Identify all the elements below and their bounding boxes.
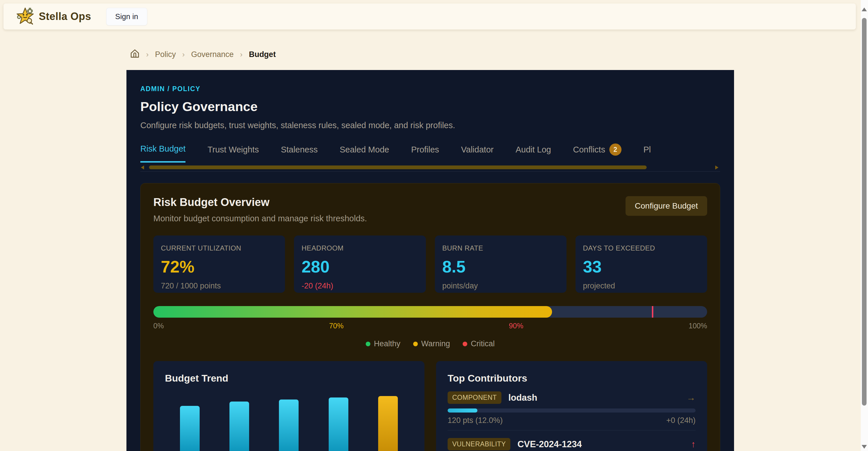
scroll-left-icon[interactable] <box>141 165 144 169</box>
metric-subtext: 720 / 1000 points <box>161 282 277 290</box>
utilization-fill <box>153 306 552 318</box>
tab-label: Validator <box>461 145 494 155</box>
contributor-delta: +0 (24h) <box>666 416 695 425</box>
scroll-right-icon[interactable] <box>715 165 718 169</box>
metric-card-days-to-exceeded: DAYS TO EXCEEDED33projected <box>576 235 707 293</box>
metric-card-burn-rate: BURN RATE8.5points/day <box>435 235 566 293</box>
metric-label: HEADROOM <box>302 244 418 252</box>
tab-trust-weights[interactable]: Trust Weights <box>208 143 259 163</box>
tab-conflicts[interactable]: Conflicts2 <box>573 143 621 163</box>
contributor-type-badge: VULNERABILITY <box>447 438 510 450</box>
metric-cards: CURRENT UTILIZATION72%720 / 1000 pointsH… <box>153 235 707 293</box>
chart-bar <box>229 401 249 451</box>
arrow-right-icon: → <box>687 393 695 403</box>
contributor-points: 120 pts (12.0%) <box>447 416 503 425</box>
metric-card-current-utilization: CURRENT UTILIZATION72%720 / 1000 points <box>153 235 285 293</box>
utilization-section: 0%70%90%100% HealthyWarningCritical <box>153 306 707 348</box>
chevron-right-icon: › <box>240 50 243 59</box>
tab-label: Trust Weights <box>208 145 259 155</box>
contributor-bar <box>447 409 695 413</box>
overview-subtitle: Monitor budget consumption and manage ri… <box>153 214 367 223</box>
tab-audit-log[interactable]: Audit Log <box>516 143 551 163</box>
warning-dot-icon <box>413 342 418 346</box>
page-title: Policy Governance <box>140 99 720 114</box>
utilization-scale-labels: 0%70%90%100% <box>153 322 707 330</box>
risk-budget-overview-card: Risk Budget Overview Monitor budget cons… <box>140 183 720 451</box>
healthy-dot-icon <box>366 342 370 346</box>
tab-label: Staleness <box>281 145 318 155</box>
metric-subtext: points/day <box>442 282 559 290</box>
chart-bar-group: 12/8 <box>222 401 257 451</box>
legend-item-critical: Critical <box>463 339 495 348</box>
contributor-row[interactable]: VULNERABILITY CVE-2024-1234 ↑ 95 pts (9.… <box>447 438 695 451</box>
utilization-bar <box>153 306 707 318</box>
tab-label: Pl <box>644 145 651 155</box>
metric-label: CURRENT UTILIZATION <box>161 244 277 252</box>
utilization-legend: HealthyWarningCritical <box>153 339 707 348</box>
metric-value: 33 <box>583 257 700 276</box>
legend-label: Warning <box>421 339 450 348</box>
tab-risk-budget[interactable]: Risk Budget <box>140 143 185 163</box>
chart-bar-group: 12/1 <box>173 406 207 451</box>
tab-label: Conflicts <box>573 145 605 155</box>
sign-in-button[interactable]: Sign in <box>106 8 147 26</box>
metric-value: 72% <box>161 257 277 276</box>
brand-title: Stella Ops <box>39 10 91 23</box>
star-mascot-icon <box>16 7 34 26</box>
tab-bar: Risk BudgetTrust WeightsStalenessSealed … <box>140 143 720 163</box>
breadcrumb-link-policy[interactable]: Policy <box>155 50 176 59</box>
tab-label: Risk Budget <box>140 144 185 154</box>
chart-bar <box>329 397 348 451</box>
policy-governance-panel: ADMIN / POLICY Policy Governance Configu… <box>126 70 734 451</box>
tabs-scrollbar-thumb[interactable] <box>149 165 647 169</box>
breadcrumb: › Policy › Governance › Budget <box>130 49 276 61</box>
brand[interactable]: Stella Ops <box>16 7 91 26</box>
budget-trend-title: Budget Trend <box>165 373 413 384</box>
metric-subtext: projected <box>583 282 700 290</box>
budget-trend-chart: 12/112/812/1512/2212/29 <box>165 395 413 451</box>
legend-label: Critical <box>471 339 495 348</box>
chevron-right-icon: › <box>146 50 149 59</box>
chart-bar-group: 12/22 <box>321 397 356 451</box>
chart-bar-group: 12/15 <box>271 399 306 451</box>
breadcrumb-current: Budget <box>249 50 276 59</box>
critical-threshold-marker <box>652 306 653 318</box>
tabs-horizontal-scrollbar[interactable] <box>140 165 720 170</box>
contributor-name: CVE-2024-1234 <box>517 439 582 450</box>
section-eyebrow: ADMIN / POLICY <box>140 85 720 93</box>
overview-title: Risk Budget Overview <box>153 196 367 208</box>
tab-sealed-mode[interactable]: Sealed Mode <box>340 143 389 163</box>
contributor-name: lodash <box>508 393 537 403</box>
scroll-up-icon[interactable] <box>862 7 867 11</box>
tab-pl[interactable]: Pl <box>644 143 651 163</box>
scroll-down-icon[interactable] <box>862 445 867 449</box>
tab-profiles[interactable]: Profiles <box>411 143 439 163</box>
chart-bar <box>180 406 199 451</box>
contributor-type-badge: COMPONENT <box>447 391 501 404</box>
chevron-right-icon: › <box>182 50 185 59</box>
top-contributors-title: Top Contributors <box>447 373 695 384</box>
budget-trend-card: Budget Trend 12/112/812/1512/2212/29 <box>153 361 425 451</box>
tab-label: Audit Log <box>516 145 551 155</box>
scale-label: 0% <box>153 322 164 330</box>
row-divider <box>447 430 695 430</box>
critical-dot-icon <box>463 342 467 346</box>
legend-label: Healthy <box>374 339 400 348</box>
home-icon[interactable] <box>130 49 140 61</box>
top-bar: Stella Ops Sign in <box>3 3 856 30</box>
conflicts-count-badge: 2 <box>609 143 621 156</box>
tab-label: Profiles <box>411 145 439 155</box>
vertical-scrollbar[interactable] <box>861 0 868 451</box>
tab-label: Sealed Mode <box>340 145 389 155</box>
scale-label: 90% <box>509 322 523 330</box>
chart-bar-group: 12/29 <box>371 396 405 451</box>
tab-validator[interactable]: Validator <box>461 143 494 163</box>
breadcrumb-link-governance[interactable]: Governance <box>191 50 234 59</box>
configure-budget-button[interactable]: Configure Budget <box>625 196 707 216</box>
tab-staleness[interactable]: Staleness <box>281 143 318 163</box>
legend-item-healthy: Healthy <box>366 339 400 348</box>
scale-label: 100% <box>689 322 707 330</box>
vertical-scrollbar-thumb[interactable] <box>862 18 867 406</box>
legend-item-warning: Warning <box>413 339 450 348</box>
contributor-row[interactable]: COMPONENT lodash → 120 pts (12.0%) +0 (2… <box>447 391 695 430</box>
